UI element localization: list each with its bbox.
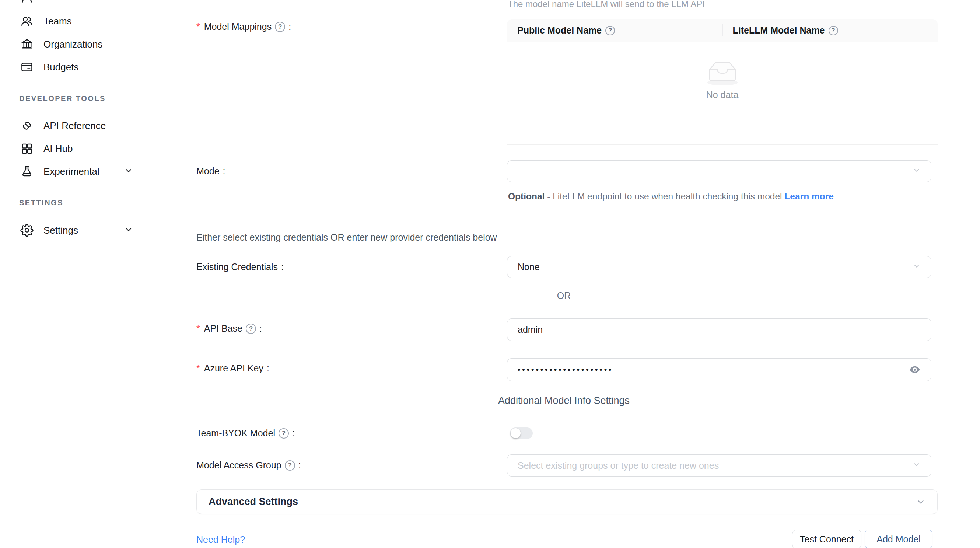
credentials-note: Either select existing credentials OR en… bbox=[196, 232, 497, 243]
existing-credentials-select[interactable]: None bbox=[507, 256, 931, 278]
advanced-settings-panel[interactable]: Advanced Settings bbox=[196, 489, 938, 514]
sidebar-section-settings: SETTINGS bbox=[19, 199, 64, 207]
sidebar-item-ai-hub[interactable]: AI Hub bbox=[0, 138, 176, 159]
test-connect-button[interactable]: Test Connect bbox=[792, 530, 861, 548]
help-question-icon[interactable]: ? bbox=[246, 323, 256, 334]
model-name-help-note: The model name LiteLLM will send to the … bbox=[508, 0, 705, 9]
toggle-knob bbox=[511, 428, 520, 438]
api-plug-icon bbox=[20, 119, 33, 132]
chevron-down-icon bbox=[913, 460, 921, 471]
model-mappings-table: Public Model Name ? LiteLLM Model Name ?… bbox=[507, 19, 938, 145]
gear-icon bbox=[20, 224, 33, 237]
sidebar-item-label: AI Hub bbox=[43, 143, 73, 155]
user-icon bbox=[20, 0, 33, 4]
mode-label: Mode : bbox=[196, 166, 226, 177]
sidebar-section-developer-tools: DEVELOPER TOOLS bbox=[19, 94, 106, 103]
teams-icon bbox=[20, 14, 33, 28]
table-header-row: Public Model Name ? LiteLLM Model Name ? bbox=[507, 19, 938, 41]
mode-select[interactable] bbox=[507, 160, 931, 182]
additional-settings-divider: Additional Model Info Settings bbox=[196, 395, 931, 406]
team-byok-toggle[interactable] bbox=[510, 427, 533, 439]
help-question-icon[interactable]: ? bbox=[275, 22, 285, 32]
chevron-down-icon bbox=[913, 166, 921, 177]
add-model-button[interactable]: Add Model bbox=[865, 530, 932, 548]
sidebar-item-teams[interactable]: Teams bbox=[0, 11, 176, 31]
help-question-icon[interactable]: ? bbox=[278, 428, 289, 438]
bank-icon bbox=[20, 38, 33, 51]
mode-help-text: Optional - LiteLLM endpoint to use when … bbox=[508, 189, 871, 204]
sidebar-item-label: Budgets bbox=[43, 62, 78, 73]
azure-api-key-input[interactable]: ••••••••••••••••••••• bbox=[507, 358, 931, 381]
chevron-down-icon bbox=[124, 166, 134, 177]
empty-state: No data bbox=[507, 58, 938, 100]
eye-icon[interactable] bbox=[909, 364, 921, 376]
model-access-group-label: Model Access Group ? : bbox=[196, 460, 301, 471]
sidebar: Internal Users Teams Organizations Budge… bbox=[0, 0, 176, 548]
sidebar-item-label: Teams bbox=[43, 16, 72, 27]
required-asterisk: * bbox=[196, 363, 200, 374]
required-asterisk: * bbox=[196, 323, 200, 334]
column-public-model-name: Public Model Name ? bbox=[507, 19, 722, 41]
required-asterisk: * bbox=[196, 21, 200, 32]
sidebar-item-api-reference[interactable]: API Reference bbox=[0, 115, 176, 136]
input-value: admin bbox=[518, 324, 542, 335]
selected-value: None bbox=[518, 262, 540, 272]
empty-inbox-icon bbox=[702, 58, 743, 87]
chevron-down-icon bbox=[916, 497, 926, 507]
sidebar-item-settings[interactable]: Settings bbox=[0, 220, 176, 241]
empty-text: No data bbox=[706, 89, 739, 100]
advanced-settings-title: Advanced Settings bbox=[208, 496, 298, 507]
team-byok-label: Team-BYOK Model ? : bbox=[196, 428, 295, 438]
existing-credentials-label: Existing Credentials : bbox=[196, 262, 284, 272]
masked-password-value: ••••••••••••••••••••• bbox=[518, 365, 613, 374]
select-placeholder: Select existing groups or type to create… bbox=[518, 460, 719, 471]
column-litellm-model-name: LiteLLM Model Name ? bbox=[722, 19, 938, 41]
add-model-form: The model name LiteLLM will send to the … bbox=[176, 0, 980, 548]
model-access-group-select[interactable]: Select existing groups or type to create… bbox=[507, 454, 931, 476]
need-help-link[interactable]: Need Help? bbox=[196, 534, 245, 545]
sidebar-item-internal-users[interactable]: Internal Users bbox=[0, 0, 176, 7]
help-question-icon[interactable]: ? bbox=[829, 26, 838, 35]
azure-api-key-label: * Azure API Key : bbox=[196, 363, 269, 374]
credit-card-icon bbox=[20, 61, 33, 74]
sidebar-item-organizations[interactable]: Organizations bbox=[0, 34, 176, 54]
or-divider: OR bbox=[196, 290, 931, 301]
grid-icon bbox=[20, 142, 33, 155]
chevron-down-icon bbox=[913, 262, 921, 272]
chevron-down-icon bbox=[124, 225, 134, 236]
app-window: Internal Users Teams Organizations Budge… bbox=[0, 0, 980, 548]
model-mappings-label: * Model Mappings ? : bbox=[196, 21, 291, 32]
api-base-input[interactable]: admin bbox=[507, 319, 931, 341]
panel-right-border bbox=[949, 0, 949, 548]
flask-icon bbox=[20, 165, 33, 178]
help-question-icon[interactable]: ? bbox=[285, 460, 295, 471]
sidebar-item-label: Organizations bbox=[43, 39, 102, 50]
api-base-label: * API Base ? : bbox=[196, 323, 262, 334]
sidebar-item-label: Internal Users bbox=[43, 0, 103, 3]
sidebar-item-budgets[interactable]: Budgets bbox=[0, 57, 176, 77]
learn-more-link[interactable]: Learn more bbox=[784, 191, 834, 201]
help-question-icon[interactable]: ? bbox=[605, 26, 615, 35]
sidebar-item-label: Settings bbox=[43, 225, 78, 236]
sidebar-item-label: API Reference bbox=[43, 120, 106, 132]
sidebar-item-label: Experimental bbox=[43, 166, 99, 177]
sidebar-item-experimental[interactable]: Experimental bbox=[0, 161, 176, 182]
